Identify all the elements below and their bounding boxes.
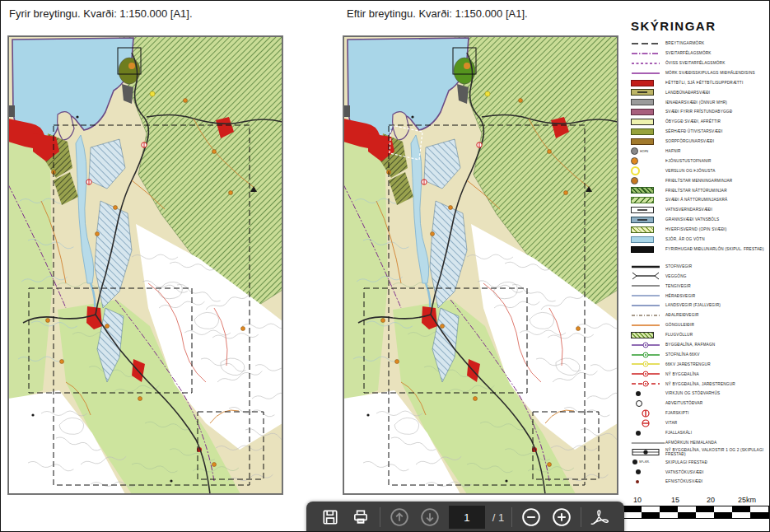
legend-item: FJALLASKÁLI: [631, 428, 769, 438]
legend-item: BREYTINGARMÖRK: [631, 39, 769, 49]
legend-swatch: [631, 469, 665, 474]
legend-item: 66KV JARÐSTRENGUR: [631, 360, 769, 370]
legend-item: HVERFISVERND (OPIN SVÆÐI): [631, 225, 769, 235]
zoom-out-button[interactable]: [520, 506, 543, 529]
legend-item: AÐVEITUSTÖÐVAR: [631, 399, 769, 408]
scale-cell: [678, 506, 696, 512]
scale-label: 15: [671, 496, 679, 504]
legend-label: VIRKJUN OG STÖÐVARHÚS: [665, 391, 720, 395]
adobe-button[interactable]: [589, 506, 612, 529]
scale-label: 10: [633, 496, 642, 504]
scale-bar-graphic: [623, 506, 769, 519]
scale-cell: [642, 512, 660, 518]
page-down-button[interactable]: [418, 506, 441, 529]
legend-swatch: [631, 89, 665, 96]
legend-item: LANDBÚNAÐARSVÆÐI: [631, 87, 769, 97]
legend-item: NÝ BYGGÐALÍNA: [631, 369, 769, 379]
page-down-icon: [420, 507, 440, 527]
legend-item: FRIÐLÝSTAR MENNINGARMINJAR: [631, 175, 769, 185]
legend-item: EFNISTÖKUSVÆÐI: [631, 477, 769, 487]
legend-swatch: [631, 177, 665, 184]
adobe-acrobat-icon: [590, 507, 611, 527]
legend-swatch: [631, 157, 665, 165]
legend-swatch: [631, 419, 665, 427]
legend-label: NÝ BYGGÐALÍNA: [665, 372, 699, 376]
legend-label: AÐALREIÐVEGIR: [665, 313, 699, 317]
legend-label: VERSLUN OG ÞJÓNUSTA: [665, 169, 716, 173]
legend-swatch: [631, 332, 665, 338]
legend-item: STOFNLÍNA 66KV: [631, 350, 769, 360]
toolbar-divider: [380, 507, 380, 527]
legend-swatch: [631, 187, 665, 194]
legend-label: AÐVEITUSTÖÐVAR: [665, 401, 702, 405]
legend-swatch: [631, 207, 665, 213]
legend-label: SJÓR, ÁR OG VÖTN: [665, 237, 705, 241]
legend-label: STOFNVEGIR: [665, 264, 692, 268]
scale-cell: [714, 506, 732, 512]
scale-cell: [660, 506, 678, 512]
scale-label: 20: [707, 496, 715, 504]
legend-swatch: [631, 439, 665, 447]
zoom-out-icon: [521, 507, 541, 527]
legend-swatch: [631, 292, 665, 300]
save-icon: [321, 508, 339, 526]
print-button[interactable]: [349, 506, 372, 529]
map-before-graphic: [8, 36, 282, 494]
page-up-icon: [390, 507, 409, 527]
legend-item: HÖFN HAFNIR: [631, 147, 769, 156]
legend-swatch: [631, 360, 665, 368]
legend-item: VEGGÖNG: [631, 271, 769, 281]
legend-label: SVÆÐI FYRIR FRÍSTUNDABYGGÐ: [665, 110, 732, 114]
zoom-in-button[interactable]: [550, 506, 573, 529]
scale-cell: [623, 512, 642, 518]
legend-label: SORPFÖRGUNARSVÆÐI: [665, 139, 714, 143]
legend-swatch: [631, 236, 665, 243]
legend-label: GÖNGULEIÐIR: [665, 323, 694, 327]
legend-swatch: [631, 166, 665, 175]
legend-rows: BREYTINGARMÖRK SVEITARFÉLAGSMÖRK ÓVISS S…: [631, 39, 769, 487]
save-button[interactable]: [319, 506, 342, 529]
scale-cell: [750, 512, 768, 518]
legend-label: SÉRHÆFÐ ÚTIVISTARSVÆÐI: [665, 129, 722, 133]
legend-item: VIRKJUN OG STÖÐVARHÚS: [631, 389, 769, 399]
legend-item: SVÆÐI Á NÁTTÚRUMINJASKRÁ: [631, 195, 769, 205]
legend-swatch: [631, 409, 665, 418]
scale-cell: [660, 512, 678, 518]
page-up-button[interactable]: [388, 506, 411, 529]
legend-swatch: [631, 341, 665, 349]
legend-swatch: [631, 301, 665, 310]
legend-title: SKÝRINGAR: [631, 19, 769, 33]
legend-item: VATNSVERNDARSVÆÐI: [631, 205, 769, 215]
scale-cell: [696, 506, 714, 512]
page-number-input[interactable]: [449, 506, 485, 529]
toolbar-divider: [581, 507, 581, 527]
legend-swatch: [631, 80, 665, 86]
legend-swatch: [631, 321, 665, 329]
legend-label: AFMÖRKUN HEIMALANDA: [665, 441, 716, 445]
legend-label: LANDBÚNAÐARSVÆÐI: [665, 91, 710, 95]
legend-label: BREYTINGARMÖRK: [665, 41, 704, 45]
legend-item: VERSLUN OG ÞJÓNUSTA: [631, 166, 769, 176]
legend-label: VATNSVERNDARSVÆÐI: [665, 208, 712, 212]
legend-swatch: HÖFN: [631, 147, 665, 155]
scale-cell: [696, 512, 714, 518]
legend-swatch: [631, 400, 665, 407]
legend-label: SVÆÐI Á NÁTTÚRUMINJASKRÁ: [665, 198, 727, 202]
scale-cell: [623, 506, 642, 512]
legend-swatch: [631, 380, 665, 388]
legend-swatch: [631, 40, 665, 48]
legend-label: FJALLASKÁLI: [665, 431, 692, 435]
scale-bar: 10152025km: [623, 496, 769, 519]
legend-swatch: [631, 263, 665, 271]
legend-item: VITAR: [631, 418, 769, 428]
legend-item: SVEITARFÉLAGSMÖRK: [631, 49, 769, 58]
scale-cell: [642, 506, 660, 512]
legend-label: HVERFISVERND (OPIN SVÆÐI): [665, 227, 727, 231]
legend-item: SÉRHÆFÐ ÚTIVISTARSVÆÐI: [631, 127, 769, 137]
legend-label: FYRIRHUGAÐ MIÐLUNARLÓN (SKIPUL. FRESTAÐ): [665, 247, 764, 251]
legend-swatch: [631, 272, 665, 280]
legend-label: HAFNIR: [665, 149, 681, 153]
legend-item: BYGGÐALÍNA, RAFMAGN: [631, 340, 769, 350]
legend-swatch: [631, 99, 665, 105]
legend-item: TENGIVEGIR: [631, 281, 769, 291]
